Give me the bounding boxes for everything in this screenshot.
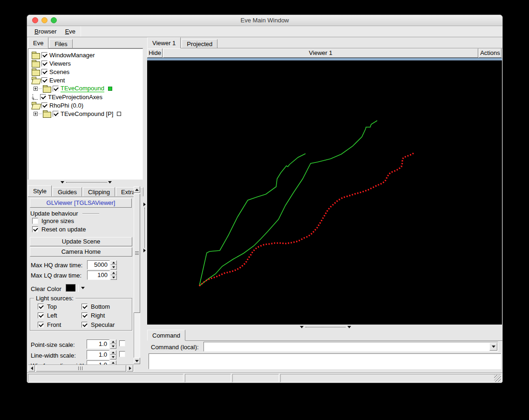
ignore-sizes-checkbox[interactable] [32, 218, 38, 224]
update-scene-button[interactable]: Update Scene [30, 237, 132, 246]
hide-button[interactable]: Hide [147, 48, 163, 58]
light-right-checkbox[interactable] [81, 312, 88, 318]
light-bottom-option[interactable]: Bottom [81, 303, 110, 310]
visibility-checkbox[interactable] [41, 77, 47, 83]
max-lq-value[interactable]: 100 [87, 271, 110, 280]
scroll-up-button[interactable] [134, 186, 140, 193]
light-top-option[interactable]: Top [38, 303, 57, 310]
spin-down-icon[interactable] [110, 344, 116, 349]
spin-up-icon[interactable] [110, 271, 117, 275]
resize-grip[interactable] [494, 375, 501, 382]
visibility-checkbox[interactable] [41, 102, 47, 108]
actions-button[interactable]: Actions [479, 48, 502, 58]
visibility-checkbox[interactable] [40, 94, 46, 100]
clear-color-picker[interactable] [66, 284, 85, 292]
camera-home-button[interactable]: Camera Home [30, 247, 132, 257]
panel-splitter[interactable] [143, 37, 147, 373]
splitter-arrow-icon[interactable] [347, 326, 351, 328]
point-size-checkbox[interactable] [119, 340, 125, 346]
scroll-right-button[interactable] [127, 365, 133, 372]
expand-toggle-icon[interactable] [34, 112, 38, 116]
light-left-checkbox[interactable] [38, 312, 44, 318]
scroll-left-button[interactable] [28, 365, 35, 372]
line-width-spinner[interactable]: 1.0 [87, 350, 116, 359]
splitter-arrow-icon[interactable] [143, 203, 146, 206]
color-dropdown-icon[interactable] [81, 287, 85, 289]
command-input[interactable] [205, 343, 488, 351]
line-width-checkbox[interactable] [119, 351, 125, 357]
tab-viewer-1[interactable]: Viewer 1 [147, 37, 181, 48]
tab-guides[interactable]: Guides [53, 187, 82, 196]
light-specular-option[interactable]: Specular [81, 321, 115, 328]
max-hq-value[interactable]: 5000 [87, 260, 110, 270]
visibility-checkbox[interactable] [53, 111, 59, 117]
visibility-checkbox[interactable] [41, 52, 47, 58]
tree-item-tevecompound-p[interactable]: TEveCompound [P] [28, 109, 142, 118]
viewer-title-bar[interactable]: Viewer 1 [163, 48, 478, 58]
menu-browser[interactable]: Browser [30, 26, 61, 37]
tab-projected[interactable]: Projected [182, 39, 217, 48]
tab-clipping[interactable]: Clipping [83, 187, 115, 196]
tree-item-teveprojectionaxes[interactable]: TEveProjectionAxes [28, 93, 142, 101]
green-track-a[interactable] [199, 154, 305, 286]
spin-up-icon[interactable] [110, 339, 116, 344]
light-specular-checkbox[interactable] [81, 322, 88, 328]
tree-item-rhophi[interactable]: RhoPhi (0.0) [28, 101, 142, 109]
splitter-arrow-icon[interactable] [61, 181, 64, 183]
tab-eve[interactable]: Eve [28, 37, 48, 48]
glviewer-header-button[interactable]: GLViewer [TGLSAViewer] [30, 198, 132, 208]
wireframe-value[interactable]: 1.0 [87, 360, 109, 365]
spin-up-icon[interactable] [110, 350, 116, 355]
splitter-arrow-icon[interactable] [300, 326, 304, 328]
close-button[interactable] [32, 17, 38, 23]
point-size-value[interactable]: 1.0 [87, 339, 109, 349]
tab-style[interactable]: Style [28, 185, 52, 196]
spin-up-icon[interactable] [110, 360, 116, 365]
light-front-checkbox[interactable] [38, 322, 44, 328]
visibility-checkbox[interactable] [53, 86, 59, 92]
command-output[interactable] [149, 353, 501, 369]
ignore-sizes-option[interactable]: Ignore sizes [32, 217, 74, 224]
spin-down-icon[interactable] [110, 355, 116, 359]
splitter-arrow-icon[interactable] [108, 181, 112, 183]
scrollbar-thumb[interactable] [36, 365, 126, 372]
clear-color-swatch[interactable] [66, 284, 76, 292]
reset-on-update-option[interactable]: Reset on update [32, 226, 86, 233]
max-lq-spinner[interactable]: 100 [87, 271, 117, 280]
expand-toggle-icon[interactable] [34, 87, 38, 91]
splitter-arrow-icon[interactable] [143, 249, 146, 252]
menu-eve[interactable]: Eve [61, 26, 80, 37]
viewer-command-splitter[interactable] [147, 325, 502, 330]
visibility-checkbox[interactable] [41, 61, 47, 67]
line-width-value[interactable]: 1.0 [87, 350, 109, 359]
tab-files[interactable]: Files [49, 39, 72, 48]
window-titlebar[interactable]: Eve Main Window [27, 15, 502, 26]
tree-style-splitter[interactable] [28, 180, 143, 185]
light-front-option[interactable]: Front [38, 321, 61, 328]
tree-item-viewers[interactable]: Viewers [28, 59, 142, 68]
spin-down-icon[interactable] [110, 265, 117, 270]
point-size-spinner[interactable]: 1.0 [87, 339, 116, 349]
red-track[interactable] [199, 153, 414, 286]
command-combobox[interactable] [203, 342, 498, 352]
tab-command[interactable]: Command [147, 330, 185, 341]
visibility-checkbox[interactable] [41, 69, 47, 75]
light-right-option[interactable]: Right [81, 312, 105, 319]
zoom-button[interactable] [51, 17, 57, 23]
tree-item-windowmanager[interactable]: WindowManager [28, 51, 142, 59]
max-hq-spinner[interactable]: 5000 [87, 260, 117, 270]
light-left-option[interactable]: Left [38, 312, 57, 319]
scrollbar-thumb[interactable] [134, 194, 140, 313]
green-track-b[interactable] [199, 121, 377, 286]
tree-item-tevecompound[interactable]: TEveCompound [28, 84, 142, 93]
combo-dropdown-button[interactable] [489, 343, 497, 351]
tree-item-scenes[interactable]: Scenes [28, 68, 142, 76]
gl-viewport[interactable] [147, 58, 502, 325]
spin-up-icon[interactable] [110, 260, 117, 265]
tree-item-event[interactable]: Event [28, 76, 142, 84]
light-top-checkbox[interactable] [38, 304, 44, 310]
scroll-down-button[interactable] [134, 358, 140, 364]
spin-down-icon[interactable] [110, 275, 117, 280]
light-bottom-checkbox[interactable] [81, 304, 88, 310]
wireframe-spinner[interactable]: 1.0 [87, 360, 116, 365]
